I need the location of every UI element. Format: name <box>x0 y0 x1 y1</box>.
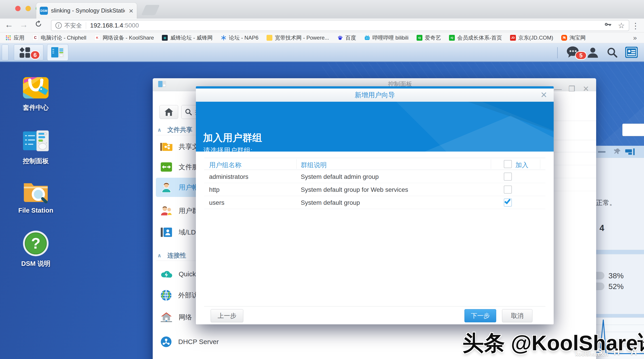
url-host[interactable]: 192.168.1.4 <box>90 22 123 29</box>
join-checkbox[interactable] <box>504 186 512 194</box>
desktop-icon-control-panel[interactable]: 控制面板 <box>18 127 54 166</box>
next-button[interactable]: 下一步 <box>464 309 496 322</box>
back-button[interactable]: 上一步 <box>211 309 243 322</box>
home-button[interactable] <box>160 105 178 119</box>
group-description: System default group <box>301 199 360 206</box>
browser-tab-active[interactable]: DSM slinking - Synology DiskStation × <box>36 3 137 18</box>
table-row-users[interactable]: users System default group <box>204 196 546 209</box>
bookmark-iqiyi[interactable]: iQ 爱奇艺 <box>416 34 441 41</box>
column-header-name[interactable]: 用户组名称 <box>209 161 242 170</box>
table-row-http[interactable]: http System default group for Web servic… <box>204 183 546 196</box>
user-group-icon <box>160 205 172 216</box>
cpu-percent: 38% <box>608 271 624 280</box>
desktop-icon-file-station[interactable]: File Station <box>18 177 54 214</box>
show-desktop-button[interactable] <box>2 44 8 60</box>
desktop-icon-dsm-help[interactable]: ? DSM 说明 <box>18 230 54 268</box>
minimize-window-icon[interactable] <box>26 6 31 11</box>
globe-icon <box>160 290 172 301</box>
dialog-top-stripe <box>196 86 554 88</box>
bookmark-bilibili[interactable]: 哔哩哔哩 bilibili <box>364 34 408 41</box>
bookmark-jd[interactable]: JD 京东(JD.COM) <box>510 34 553 41</box>
url-port[interactable]: :5000 <box>123 22 139 29</box>
bookmark-chiphell[interactable]: C 电脑讨论 - Chiphell <box>32 34 86 41</box>
forward-icon[interactable]: → <box>18 20 29 30</box>
address-bar[interactable]: i 不安全 192.168.1.4 :5000 ☆ <box>51 20 629 31</box>
sidebar-item-dhcp-server[interactable]: DHCP Server <box>156 332 253 352</box>
bookmark-iqiyi-vip[interactable]: iQ 会员成长体系-首页 <box>449 34 502 41</box>
join-checkbox[interactable] <box>504 172 512 180</box>
bookmarks-overflow-icon[interactable]: » <box>633 34 639 42</box>
group-description: System default group for Web services <box>301 186 408 193</box>
status-cell: 停用 <box>636 156 644 166</box>
bookmark-apps[interactable]: 应用 <box>5 34 24 41</box>
nap6-asterisk-icon <box>221 35 226 41</box>
taskbar-control-panel-button[interactable] <box>48 44 68 60</box>
quickconnect-icon <box>160 269 172 279</box>
main-menu-button[interactable]: 6 <box>14 44 44 60</box>
resource-monitor-widget[interactable]: 38% 52% <box>592 254 644 314</box>
dialog-title: 新增用户向导 <box>355 90 395 100</box>
svg-text:?: ? <box>31 235 40 252</box>
status-cell: 正常 <box>636 182 644 191</box>
tab-title: slinking - Synology DiskStation <box>51 7 125 14</box>
shapes-icon <box>18 46 31 59</box>
bookmark-nap6[interactable]: 论坛 - NAP6 <box>221 34 258 41</box>
new-tab-button[interactable] <box>141 5 160 15</box>
control-panel-mini-icon <box>51 47 64 58</box>
user-icon <box>160 182 172 193</box>
bookmark-star-icon[interactable]: ☆ <box>618 21 625 30</box>
section-file-sharing[interactable]: ∧ 文件共享 <box>157 126 192 134</box>
bookmark-baidu[interactable]: 百度 <box>337 34 356 41</box>
select-all-checkbox[interactable] <box>504 160 512 168</box>
cancel-button[interactable]: 取消 <box>502 309 532 322</box>
column-header-description[interactable]: 群组说明 <box>301 161 327 170</box>
dialog-close-icon[interactable]: × <box>541 90 547 100</box>
dialog-titlebar[interactable]: 新增用户向导 × <box>196 88 554 102</box>
desktop-icon-package-center[interactable]: 套件中心 <box>18 74 54 112</box>
home-icon <box>164 108 174 116</box>
divider <box>296 160 296 169</box>
info-icon[interactable]: i <box>56 22 62 28</box>
bookmark-taobao[interactable]: 淘 淘宝网 <box>561 34 586 41</box>
content-search-box[interactable] <box>622 124 644 136</box>
dsm-taskbar: 6 5 <box>0 43 644 62</box>
dialog-heading: 加入用户群组 <box>203 131 262 144</box>
widget-minimize-icon[interactable] <box>598 151 606 153</box>
check-icon <box>504 198 510 204</box>
bookmark-broadband[interactable]: 宽带技术网 - Powere... <box>266 34 329 41</box>
group-name: users <box>209 199 224 206</box>
browser-tabstrip: DSM slinking - Synology DiskStation × <box>0 0 644 18</box>
dsm-desktop: 6 5 <box>0 43 644 359</box>
apps-badge: 6 <box>30 50 40 60</box>
key-icon[interactable] <box>604 21 612 30</box>
user-menu-icon[interactable] <box>586 46 599 60</box>
chiphell-icon: C <box>32 35 38 41</box>
search-icon[interactable] <box>606 47 618 59</box>
dialog-banner: 加入用户群组 请选择用户群组: <box>196 102 554 152</box>
bookmark-weifeng[interactable]: ◉ 威锋论坛 - 威锋网 <box>162 34 212 41</box>
reload-icon[interactable] <box>33 20 44 30</box>
jd-icon: JD <box>510 35 516 41</box>
divider <box>86 22 86 29</box>
close-window-icon[interactable] <box>15 6 20 11</box>
security-label[interactable]: 不安全 <box>64 22 82 30</box>
pin-icon[interactable] <box>614 148 621 156</box>
table-row-administrators[interactable]: administrators System default admin grou… <box>204 170 546 183</box>
shared-folder-icon <box>160 142 172 152</box>
widgets-toggle-icon[interactable] <box>625 47 638 59</box>
desktop-icon-label: 套件中心 <box>18 103 54 112</box>
widget-layout-icon[interactable] <box>625 148 636 156</box>
package-center-icon <box>22 74 50 101</box>
divider <box>491 160 491 169</box>
divider <box>204 306 546 306</box>
section-connectivity[interactable]: ∧ 连接性 <box>157 251 186 260</box>
join-checkbox-checked[interactable] <box>504 198 512 206</box>
koolshare-icon: K <box>94 35 100 41</box>
browser-menu-icon[interactable]: ⋮ <box>632 21 640 30</box>
close-tab-icon[interactable]: × <box>129 7 133 14</box>
bookmark-koolshare[interactable]: K 网络设备 - KoolShare <box>94 34 154 41</box>
dialog-subheading: 请选择用户群组: <box>204 146 252 152</box>
weifeng-icon: ◉ <box>162 35 168 41</box>
back-icon[interactable]: ← <box>4 20 14 30</box>
column-header-join[interactable]: 加入 <box>516 161 528 170</box>
